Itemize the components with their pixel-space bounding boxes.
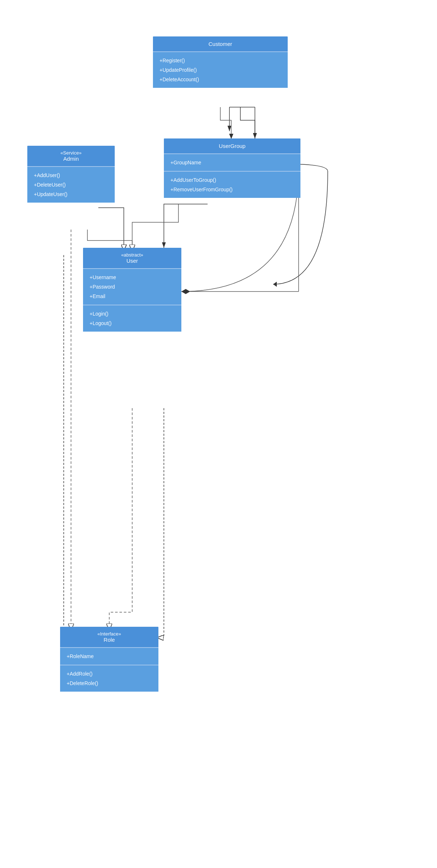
user-attr-2: +Password — [90, 282, 175, 292]
role-method-1: +AddRole() — [67, 669, 152, 679]
user-class: «abstract» User +Username +Password +Ema… — [83, 248, 181, 332]
admin-stereotype: «Service» — [33, 150, 109, 156]
customer-name: Customer — [208, 41, 232, 47]
user-methods: +Login() +Logout() — [83, 305, 181, 332]
usergroup-title: UserGroup — [164, 138, 300, 153]
role-method-2: +DeleteRole() — [67, 679, 152, 688]
usergroup-name: UserGroup — [219, 143, 245, 149]
customer-methods: +Register() +UpdateProfile() +DeleteAcco… — [153, 52, 288, 88]
customer-method-1: +Register() — [160, 56, 281, 65]
user-title: «abstract» User — [83, 248, 181, 268]
usergroup-class: UserGroup +GroupName +AddUserToGroup() +… — [164, 138, 300, 198]
usergroup-attrs: +GroupName — [164, 154, 300, 171]
admin-methods: +AddUser() +DeleteUser() +UpdateUser() — [27, 167, 115, 203]
customer-class: Customer +Register() +UpdateProfile() +D… — [153, 36, 288, 88]
role-name: Role — [104, 637, 115, 643]
customer-title: Customer — [153, 36, 288, 51]
user-method-2: +Logout() — [90, 318, 175, 328]
role-attr-1: +RoleName — [67, 652, 152, 661]
user-name: User — [126, 258, 138, 264]
usergroup-attr-1: +GroupName — [170, 158, 294, 167]
customer-method-3: +DeleteAccount() — [160, 75, 281, 84]
role-methods: +AddRole() +DeleteRole() — [60, 665, 158, 692]
admin-class: «Service» Admin +AddUser() +DeleteUser()… — [27, 146, 115, 203]
usergroup-method-2: +RemoveUserFromGroup() — [170, 185, 294, 194]
usergroup-method-1: +AddUserToGroup() — [170, 175, 294, 185]
user-method-1: +Login() — [90, 309, 175, 318]
usergroup-methods: +AddUserToGroup() +RemoveUserFromGroup() — [164, 172, 300, 198]
customer-method-2: +UpdateProfile() — [160, 65, 281, 75]
role-attrs: +RoleName — [60, 648, 158, 665]
admin-method-1: +AddUser() — [34, 171, 108, 180]
admin-title: «Service» Admin — [27, 146, 115, 166]
admin-method-3: +UpdateUser() — [34, 189, 108, 199]
user-attr-3: +Email — [90, 292, 175, 301]
user-attr-1: +Username — [90, 273, 175, 282]
admin-name: Admin — [63, 156, 79, 162]
role-stereotype: «Interface» — [66, 631, 153, 637]
svg-marker-10 — [181, 289, 190, 294]
role-title: «Interface» Role — [60, 627, 158, 647]
user-attrs: +Username +Password +Email — [83, 269, 181, 305]
svg-marker-3 — [273, 282, 277, 287]
admin-method-2: +DeleteUser() — [34, 180, 108, 189]
role-class: «Interface» Role +RoleName +AddRole() +D… — [60, 627, 158, 692]
user-stereotype: «abstract» — [89, 252, 176, 258]
